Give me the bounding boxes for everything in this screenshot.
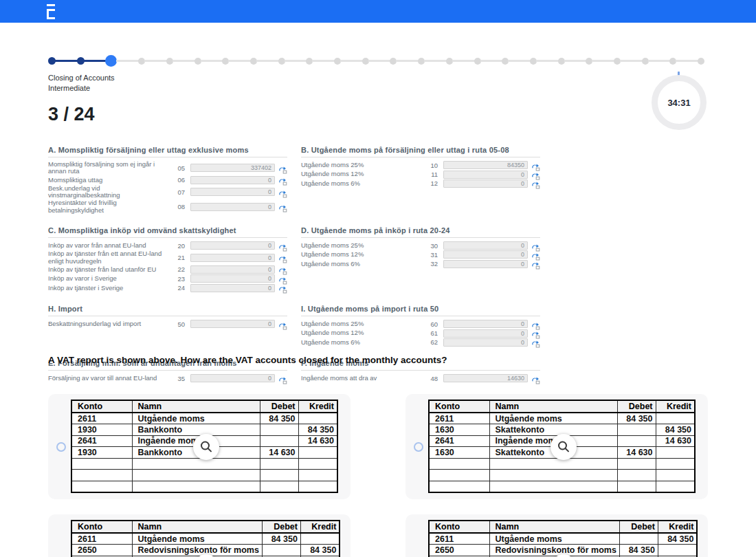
vat-input-60[interactable]: [443, 320, 528, 328]
vat-row-label: Ingående moms att dra av: [301, 375, 420, 382]
vat-input-48[interactable]: [443, 374, 528, 382]
sync-icon[interactable]: [278, 284, 287, 292]
table-cell: Skattekonto: [489, 424, 617, 436]
column-header-konto: Konto: [429, 400, 489, 413]
sync-icon[interactable]: [531, 375, 540, 382]
column-header-namn: Namn: [489, 400, 617, 413]
sync-icon[interactable]: [531, 162, 540, 169]
vat-input-35[interactable]: [190, 374, 275, 382]
vat-row-box-30: Utgående moms 25%30: [301, 241, 540, 250]
vat-row-box-06: Momspliktiga uttag06: [48, 176, 287, 184]
table-cell: [132, 481, 260, 492]
vat-box-number: 24: [167, 284, 185, 292]
sync-icon[interactable]: [278, 188, 287, 196]
vat-row-label: Inköp av varor i Sverige: [48, 275, 167, 282]
table-cell: Utgående moms: [489, 413, 617, 424]
vat-input-22[interactable]: [190, 265, 275, 274]
sync-icon[interactable]: [278, 320, 287, 328]
table-cell: [298, 413, 337, 424]
sync-icon[interactable]: [278, 203, 287, 210]
radio-button-option-1[interactable]: [56, 442, 66, 452]
stepper-connector: [173, 60, 195, 62]
course-label: Closing of Accounts Intermediate: [48, 73, 115, 94]
sync-icon[interactable]: [531, 320, 540, 328]
timer-value: 34:31: [667, 98, 690, 108]
vat-section-A: A. Momspliktig försäljning eller uttag e…: [48, 146, 287, 215]
sync-icon[interactable]: [278, 254, 287, 261]
table-cell: [71, 481, 132, 492]
journal-row: 2611Utgående moms84 350: [71, 533, 340, 545]
table-cell: [429, 458, 489, 470]
sync-icon[interactable]: [531, 260, 540, 267]
sync-icon[interactable]: [531, 329, 540, 337]
answer-option-3[interactable]: KontoNamnDebetKredit2611Utgående moms84 …: [48, 514, 351, 557]
vat-input-06[interactable]: [190, 176, 275, 184]
vat-input-30[interactable]: [443, 241, 528, 250]
column-header-debet: Debet: [617, 400, 656, 413]
stepper-connector: [116, 60, 139, 62]
vat-input-24[interactable]: [190, 284, 275, 292]
vat-input-23[interactable]: [190, 274, 275, 283]
sync-icon[interactable]: [531, 338, 540, 346]
vat-input-11[interactable]: [443, 171, 528, 179]
vat-input-61[interactable]: [443, 329, 528, 338]
table-cell: [656, 413, 695, 424]
sync-icon[interactable]: [531, 179, 540, 187]
vat-input-08[interactable]: [190, 203, 275, 211]
stepper-connector: [536, 60, 559, 62]
column-header-kredit: Kredit: [656, 400, 695, 413]
vat-input-10[interactable]: [443, 161, 528, 169]
table-cell: [132, 458, 260, 470]
vat-input-20[interactable]: [190, 241, 275, 250]
vat-input-62[interactable]: [443, 338, 528, 347]
vat-box-number: 61: [420, 329, 438, 337]
sync-icon[interactable]: [531, 171, 540, 178]
stepper-connector: [340, 60, 363, 62]
vat-input-21[interactable]: [190, 254, 275, 262]
stepper-connector: [620, 60, 643, 62]
magnifier-icon[interactable]: [551, 434, 577, 460]
radio-button-option-2[interactable]: [414, 442, 423, 452]
sync-icon[interactable]: [278, 176, 287, 184]
table-cell: 1930: [71, 424, 132, 436]
table-cell: [617, 481, 656, 492]
sync-icon[interactable]: [531, 251, 540, 259]
answer-option-2[interactable]: KontoNamnDebetKredit2611Utgående moms84 …: [405, 394, 708, 499]
table-cell: 84 350: [262, 533, 300, 545]
table-cell: [617, 458, 656, 470]
vat-box-number: 35: [167, 375, 185, 382]
vat-section-title-D: D. Utgående moms på inköp i ruta 20-24: [301, 226, 540, 238]
stepper-connector: [55, 60, 78, 63]
table-cell: 1630: [429, 447, 489, 459]
vat-input-05[interactable]: [190, 164, 275, 172]
sync-icon[interactable]: [278, 242, 287, 250]
table-cell: [617, 424, 656, 436]
column-header-konto: Konto: [71, 521, 132, 533]
vat-input-50[interactable]: [190, 320, 275, 328]
sync-icon[interactable]: [278, 265, 287, 273]
sync-icon[interactable]: [278, 164, 287, 172]
vat-input-12[interactable]: [443, 179, 528, 188]
column-header-namn: Namn: [132, 521, 262, 533]
vat-row-box-07: Besk.underlag vid vinstmarginalbeskattni…: [48, 185, 287, 199]
vat-row-label: Hyresintäkter vid frivillig betalningsky…: [48, 199, 167, 214]
journal-row: [71, 470, 337, 481]
vat-box-number: 31: [420, 251, 438, 259]
sync-icon[interactable]: [278, 375, 287, 382]
table-cell: Utgående moms: [489, 533, 619, 545]
table-cell: [658, 545, 697, 556]
table-cell: [489, 481, 617, 492]
logo-icon[interactable]: [44, 3, 59, 20]
table-cell: 2650: [429, 545, 489, 556]
stepper-connector: [452, 60, 475, 62]
magnifier-icon[interactable]: [193, 434, 219, 460]
answer-option-1[interactable]: KontoNamnDebetKredit2611Utgående moms84 …: [48, 394, 351, 499]
vat-input-07[interactable]: [190, 188, 275, 196]
table-cell: Redovisningskonto för moms: [132, 545, 262, 556]
sync-icon[interactable]: [531, 242, 540, 250]
answer-option-4[interactable]: KontoNamnDebetKredit2611Utgående moms84 …: [405, 514, 708, 557]
vat-input-32[interactable]: [443, 260, 528, 268]
sync-icon[interactable]: [278, 275, 287, 283]
table-header-row: KontoNamnDebetKredit: [71, 521, 340, 533]
vat-input-31[interactable]: [443, 250, 528, 259]
